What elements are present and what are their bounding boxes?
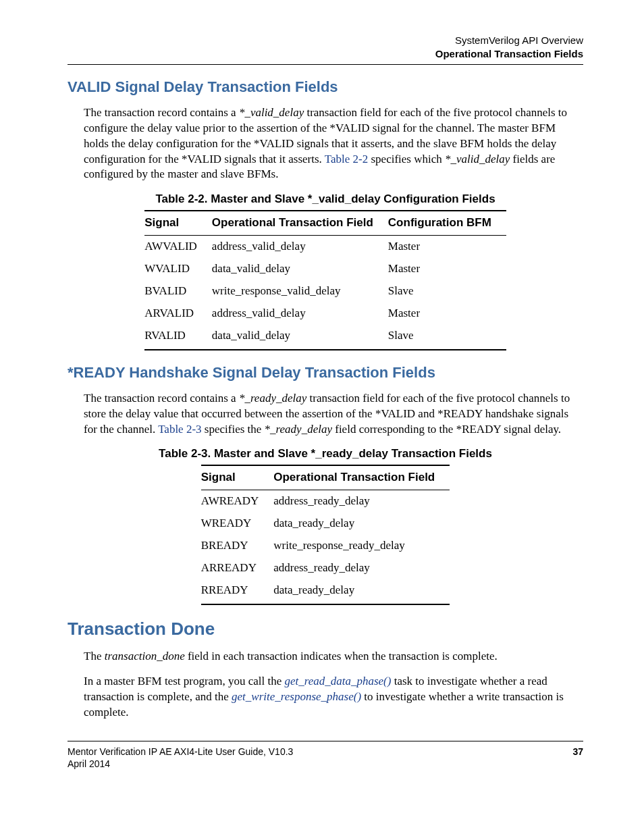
text: In a master BFM test program, you call t…: [84, 675, 284, 687]
table-2-3-caption: Table 2-3. Master and Slave *_ready_dela…: [68, 446, 583, 462]
table-row: BREADYwrite_response_ready_delay: [201, 535, 450, 557]
cell: Master: [388, 303, 506, 325]
cell: address_ready_delay: [273, 490, 450, 513]
cell: address_valid_delay: [212, 303, 388, 325]
table-row: WREADYdata_ready_delay: [201, 513, 450, 535]
table-row: RREADYdata_ready_delay: [201, 579, 450, 604]
para-transaction-done-2: In a master BFM test program, you call t…: [84, 674, 583, 721]
page-footer: Mentor Verification IP AE AXI4-Lite User…: [68, 746, 583, 770]
text: field corresponding to the *READY signal…: [332, 423, 561, 436]
cell: AWVALID: [144, 236, 212, 258]
heading-valid-signal-delay: VALID Signal Delay Transaction Fields: [68, 77, 583, 97]
footer-rule: [68, 741, 583, 741]
cell: RVALID: [144, 325, 212, 350]
cell: Master: [388, 236, 506, 258]
cell: address_valid_delay: [212, 236, 388, 258]
header-line-1: SystemVerilog API Overview: [68, 34, 583, 47]
cell: ARVALID: [144, 303, 212, 325]
para-ready-delay-intro: The transaction record contains a *_read…: [84, 391, 583, 438]
col-op-field: Operational Transaction Field: [273, 465, 450, 490]
col-op-field: Operational Transaction Field: [212, 211, 388, 235]
page-number: 37: [572, 746, 583, 770]
cell: data_valid_delay: [212, 325, 388, 350]
para-valid-delay-intro: The transaction record contains a *_vali…: [84, 105, 583, 183]
page-header: SystemVerilog API Overview Operational T…: [68, 34, 583, 60]
table-header-row: Signal Operational Transaction Field Con…: [144, 211, 506, 235]
header-rule: [68, 64, 583, 65]
xref-get-write-response-phase[interactable]: get_write_response_phase(): [232, 690, 361, 703]
text: The: [84, 650, 105, 662]
term-valid-delay: *_valid_delay: [445, 153, 510, 165]
cell: Slave: [388, 280, 506, 303]
para-transaction-done-1: The transaction_done field in each trans…: [84, 649, 583, 664]
cell: BREADY: [201, 535, 274, 557]
heading-transaction-done: Transaction Done: [68, 617, 583, 641]
cell: write_response_ready_delay: [273, 535, 450, 557]
table-row: ARVALIDaddress_valid_delayMaster: [144, 303, 506, 325]
header-line-2: Operational Transaction Fields: [68, 47, 583, 61]
cell: ARREADY: [201, 557, 274, 579]
footer-date: April 2014: [68, 758, 110, 769]
term-ready-delay: *_ready_delay: [265, 423, 332, 436]
xref-get-read-data-phase[interactable]: get_read_data_phase(): [284, 675, 391, 687]
cell: WREADY: [201, 513, 274, 535]
cell: BVALID: [144, 280, 212, 303]
cell: RREADY: [201, 579, 274, 604]
cell: data_valid_delay: [212, 258, 388, 280]
text: specifies the: [202, 423, 265, 436]
text: The transaction record contains a: [84, 106, 239, 119]
cell: write_response_valid_delay: [212, 280, 388, 303]
term-transaction-done: transaction_done: [105, 650, 185, 662]
table-2-3: Signal Operational Transaction Field AWR…: [201, 465, 450, 605]
table-row: AWREADYaddress_ready_delay: [201, 490, 450, 513]
table-header-row: Signal Operational Transaction Field: [201, 465, 450, 490]
cell: data_ready_delay: [273, 579, 450, 604]
cell: WVALID: [144, 258, 212, 280]
col-signal: Signal: [201, 465, 274, 490]
text: The transaction record contains a: [84, 392, 239, 405]
col-config-bfm: Configuration BFM: [388, 211, 506, 235]
text: field in each transaction indicates when…: [185, 650, 498, 662]
cell: AWREADY: [201, 490, 274, 513]
footer-left: Mentor Verification IP AE AXI4-Lite User…: [68, 746, 293, 770]
table-row: BVALIDwrite_response_valid_delaySlave: [144, 280, 506, 303]
xref-table-2-3[interactable]: Table 2-3: [158, 423, 201, 436]
cell: address_ready_delay: [273, 557, 450, 579]
heading-ready-handshake: *READY Handshake Signal Delay Transactio…: [68, 363, 583, 383]
col-signal: Signal: [144, 211, 212, 235]
cell: Slave: [388, 325, 506, 350]
cell: data_ready_delay: [273, 513, 450, 535]
term-ready-delay: *_ready_delay: [239, 392, 306, 405]
table-row: RVALIDdata_valid_delaySlave: [144, 325, 506, 350]
table-2-2: Signal Operational Transaction Field Con…: [144, 210, 506, 350]
term-valid-delay: *_valid_delay: [239, 106, 304, 119]
xref-table-2-2[interactable]: Table 2-2: [325, 153, 368, 165]
table-row: WVALIDdata_valid_delayMaster: [144, 258, 506, 280]
table-2-2-caption: Table 2-2. Master and Slave *_valid_dela…: [68, 192, 583, 207]
text: specifies which: [368, 153, 445, 165]
cell: Master: [388, 258, 506, 280]
table-row: ARREADYaddress_ready_delay: [201, 557, 450, 579]
footer-doc-title: Mentor Verification IP AE AXI4-Lite User…: [68, 746, 293, 757]
table-row: AWVALIDaddress_valid_delayMaster: [144, 236, 506, 258]
